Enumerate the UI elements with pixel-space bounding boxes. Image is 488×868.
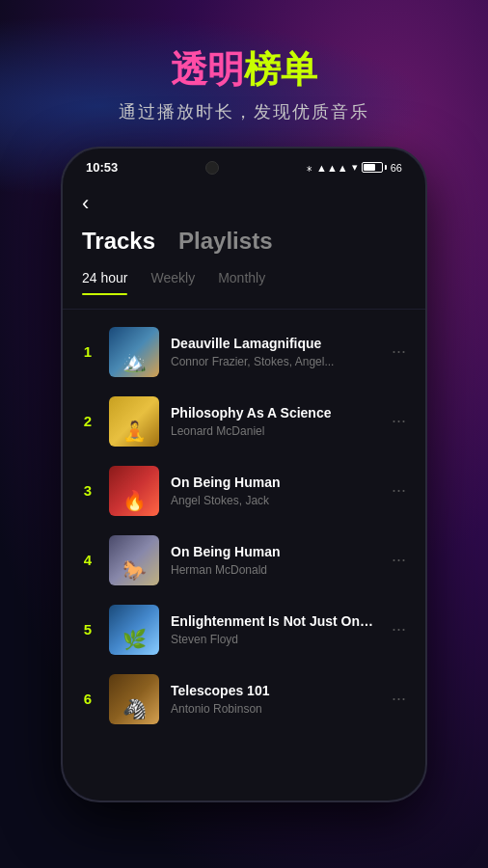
track-item[interactable]: 4 On Being Human Herman McDonald ··· <box>63 526 425 595</box>
track-title: On Being Human <box>171 475 376 490</box>
track-cover <box>109 396 159 447</box>
filter-24hour[interactable]: 24 hour <box>82 270 127 293</box>
subtitle: 通过播放时长，发现优质音乐 <box>119 100 369 123</box>
track-info: Telescopes 101 Antonio Robinson <box>171 683 376 716</box>
title-part2: 榜单 <box>244 49 317 90</box>
track-artist: Leonard McDaniel <box>171 424 376 438</box>
track-more-button[interactable]: ··· <box>388 615 410 643</box>
main-title: 透明榜单 <box>119 48 369 93</box>
signal-icon: ▲▲▲ <box>316 162 348 174</box>
track-artist: Connor Frazier, Stokes, Angel... <box>171 355 376 368</box>
track-item[interactable]: 5 Enlightenment Is Not Just One... Steve… <box>63 595 425 665</box>
track-info: On Being Human Herman McDonald <box>171 544 376 577</box>
track-title: Telescopes 101 <box>171 683 376 698</box>
track-info: On Being Human Angel Stokes, Jack <box>171 475 376 507</box>
track-title: Philosophy As A Science <box>171 405 376 420</box>
track-artist: Steven Floyd <box>171 633 376 646</box>
status-bar: 10:53 ⁎ ▲▲▲ ▾ 66 <box>63 149 425 179</box>
track-title: Deauville Lamagnifique <box>171 336 376 351</box>
wifi-icon: ▾ <box>352 161 358 174</box>
track-item[interactable]: 6 Telescopes 101 Antonio Robinson ··· <box>63 665 425 734</box>
tab-playlists[interactable]: Playlists <box>178 228 272 255</box>
screen-content: ‹ Tracks Playlists 24 hour Weekly <box>63 179 425 800</box>
track-cover <box>109 535 159 585</box>
tabs-row: Tracks Playlists <box>63 220 425 266</box>
battery-icon <box>362 162 387 173</box>
track-item[interactable]: 2 Philosophy As A Science Leonard McDani… <box>63 387 425 456</box>
track-more-button[interactable]: ··· <box>388 546 410 574</box>
filter-monthly[interactable]: Monthly <box>218 270 265 293</box>
phone-frame: 10:53 ⁎ ▲▲▲ ▾ 66 ‹ <box>61 147 427 802</box>
title-area: 透明榜单 通过播放时长，发现优质音乐 <box>119 48 369 123</box>
track-info: Enlightenment Is Not Just One... Steven … <box>171 613 376 646</box>
camera-notch <box>205 161 219 175</box>
track-item[interactable]: 1 Deauville Lamagnifique Connor Frazier,… <box>63 317 425 387</box>
track-cover <box>109 466 159 516</box>
back-arrow-icon: ‹ <box>82 191 89 215</box>
track-cover <box>109 674 159 724</box>
track-title: Enlightenment Is Not Just One... <box>171 613 376 629</box>
track-rank: 3 <box>78 482 97 499</box>
status-time: 10:53 <box>86 160 118 175</box>
track-rank: 4 <box>78 552 97 568</box>
track-rank: 1 <box>78 343 97 360</box>
tracks-list: 1 Deauville Lamagnifique Connor Frazier,… <box>63 310 425 800</box>
title-part1: 透明 <box>171 49 244 90</box>
track-artist: Herman McDonald <box>171 563 376 577</box>
track-rank: 2 <box>78 413 97 429</box>
track-info: Deauville Lamagnifique Connor Frazier, S… <box>171 336 376 368</box>
track-title: On Being Human <box>171 544 376 559</box>
phone-screen: 10:53 ⁎ ▲▲▲ ▾ 66 ‹ <box>63 149 425 800</box>
track-artist: Angel Stokes, Jack <box>171 494 376 507</box>
tab-tracks[interactable]: Tracks <box>82 228 155 255</box>
back-button[interactable]: ‹ <box>63 179 425 220</box>
status-icons: ⁎ ▲▲▲ ▾ 66 <box>307 161 402 174</box>
track-more-button[interactable]: ··· <box>388 407 410 435</box>
track-cover <box>109 327 159 377</box>
track-cover <box>109 605 159 655</box>
track-rank: 6 <box>78 691 97 707</box>
battery-percent: 66 <box>391 162 402 174</box>
time-filter-row: 24 hour Weekly Monthly <box>63 266 425 310</box>
track-more-button[interactable]: ··· <box>388 685 410 713</box>
bluetooth-icon: ⁎ <box>307 161 312 174</box>
track-artist: Antonio Robinson <box>171 702 376 716</box>
track-rank: 5 <box>78 621 97 637</box>
track-more-button[interactable]: ··· <box>388 338 410 366</box>
page-content: 透明榜单 通过播放时长，发现优质音乐 10:53 ⁎ ▲▲▲ ▾ <box>0 0 488 802</box>
track-more-button[interactable]: ··· <box>388 476 410 504</box>
track-item[interactable]: 3 On Being Human Angel Stokes, Jack ··· <box>63 456 425 526</box>
filter-weekly[interactable]: Weekly <box>150 270 195 293</box>
track-info: Philosophy As A Science Leonard McDaniel <box>171 405 376 438</box>
